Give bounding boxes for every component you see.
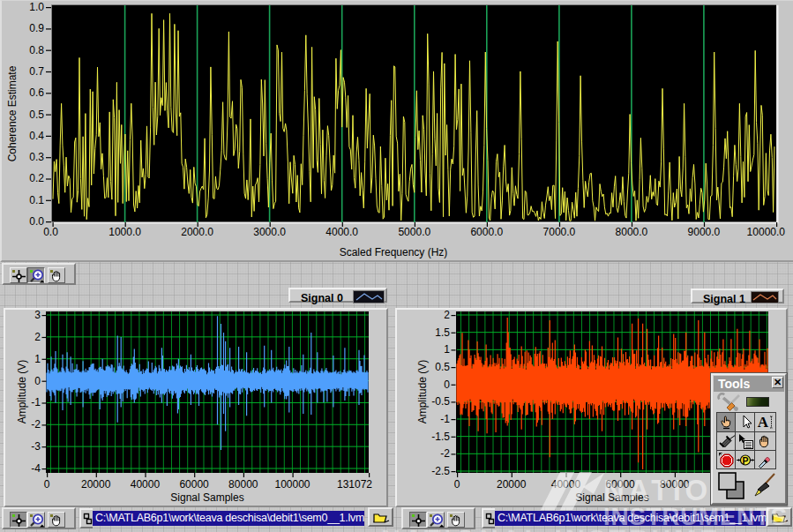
- svg-text:-2: -2: [31, 418, 41, 431]
- svg-text:9000.0: 9000.0: [688, 226, 721, 238]
- svg-text:P: P: [742, 455, 748, 466]
- svg-text:-4: -4: [31, 462, 41, 475]
- svg-text:0.4: 0.4: [29, 130, 44, 142]
- svg-text:Amplitude (V): Amplitude (V): [16, 360, 28, 424]
- svg-text:A: A: [758, 414, 769, 431]
- svg-text:0: 0: [454, 478, 460, 491]
- svg-text:8000.0: 8000.0: [616, 226, 648, 238]
- svg-text:-3: -3: [31, 440, 41, 453]
- svg-text:Amplitude (V): Amplitude (V): [416, 360, 429, 424]
- svg-text:131072: 131072: [337, 478, 372, 491]
- svg-text:0: 0: [444, 378, 450, 391]
- svg-text:Scaled Frequency (Hz): Scaled Frequency (Hz): [340, 246, 448, 259]
- svg-text:Signal Samples: Signal Samples: [575, 491, 648, 504]
- svg-text:-1.5: -1.5: [431, 431, 450, 443]
- svg-text:0.8: 0.8: [29, 44, 44, 56]
- svg-text:60000: 60000: [179, 478, 209, 491]
- svg-text:60000: 60000: [605, 478, 635, 491]
- svg-text:0.3: 0.3: [29, 151, 44, 163]
- svg-text:-0.5: -0.5: [431, 395, 450, 408]
- svg-text:1.5: 1.5: [435, 326, 450, 339]
- svg-text:2: 2: [444, 309, 450, 321]
- svg-text:Coherence Estimate: Coherence Estimate: [6, 65, 19, 161]
- svg-text:2: 2: [34, 331, 41, 343]
- svg-text:1000.0: 1000.0: [108, 226, 141, 238]
- svg-text:40000: 40000: [131, 478, 161, 491]
- svg-text:40000: 40000: [551, 478, 581, 491]
- svg-text:0.0: 0.0: [29, 215, 44, 228]
- svg-text:-2: -2: [440, 447, 450, 460]
- svg-text:Signal Samples: Signal Samples: [170, 491, 243, 504]
- svg-text:1: 1: [34, 353, 41, 365]
- svg-text:0.9: 0.9: [29, 22, 44, 34]
- svg-text:4000.0: 4000.0: [325, 226, 358, 238]
- svg-text:80000: 80000: [660, 478, 690, 491]
- svg-text:3: 3: [34, 309, 41, 321]
- svg-text:0.1: 0.1: [29, 194, 44, 206]
- svg-text:0: 0: [34, 375, 41, 387]
- svg-text:2000.0: 2000.0: [181, 226, 213, 238]
- svg-text:20000: 20000: [81, 478, 111, 491]
- svg-text:1: 1: [444, 343, 450, 356]
- svg-text:10000.0: 10000.0: [747, 226, 786, 238]
- svg-text:20000: 20000: [497, 478, 527, 491]
- svg-text:1.0: 1.0: [29, 1, 44, 13]
- svg-text:0.5: 0.5: [435, 361, 450, 373]
- svg-text:100000: 100000: [274, 478, 310, 491]
- svg-text:-2.5: -2.5: [431, 465, 450, 477]
- svg-text:0.6: 0.6: [29, 86, 44, 99]
- svg-text:0.7: 0.7: [29, 65, 44, 78]
- svg-text:6000.0: 6000.0: [470, 226, 503, 238]
- svg-text:0.5: 0.5: [29, 109, 44, 121]
- svg-text:80000: 80000: [228, 478, 258, 491]
- svg-text:0.0: 0.0: [43, 226, 58, 238]
- svg-text:-1: -1: [440, 413, 450, 425]
- svg-text:7000.0: 7000.0: [543, 226, 576, 238]
- svg-text:3000.0: 3000.0: [253, 226, 286, 238]
- svg-text:-1: -1: [31, 396, 41, 408]
- svg-text:5000.0: 5000.0: [398, 226, 430, 238]
- svg-text:0: 0: [44, 478, 50, 491]
- svg-text:0.2: 0.2: [29, 172, 44, 184]
